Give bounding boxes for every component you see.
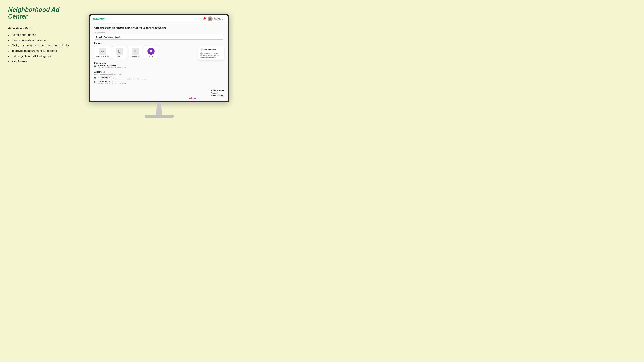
image-video-icon [99, 48, 106, 55]
pin-tooltip-text: Pins are placed on the map. Pin ads perf… [200, 52, 222, 58]
user-role: Administrator [214, 19, 223, 20]
format-card-story[interactable]: Story ad [112, 46, 127, 59]
image-video-label: Image or Video ad [96, 56, 109, 57]
automatic-placement-option[interactable]: Automatic placement Your ads will be pla… [94, 65, 224, 68]
monitor-wrapper: nextdoor 🔔 22 👤 Ana Ma Administrator ▾ [88, 14, 230, 118]
custom-audience-sublabel: Select and customize your desired audien… [98, 82, 126, 84]
left-panel: Neighborhood Ad Center Advertiser Value:… [0, 0, 87, 131]
stand-base [144, 115, 174, 118]
right-panel: nextdoor 🔔 22 👤 Ana Ma Administrator ▾ [87, 0, 234, 131]
monitor-screen: nextdoor 🔔 22 👤 Ana Ma Administrator ▾ [89, 14, 229, 102]
placements-section: Placements Automatic placement Your ads … [94, 62, 224, 68]
info-icon[interactable]: i [216, 92, 218, 94]
automatic-placement-sublabel: Your ads will be placed on the Nextdoor … [98, 67, 127, 68]
list-item: New formats [8, 60, 79, 63]
ad-center-content: Choose your ad format and define your ta… [90, 23, 228, 100]
list-item: Hands on keyboard access [8, 39, 79, 42]
format-cards: Image or Video ad Story a [94, 46, 224, 59]
pin-tooltip: 💡 Pin ad format Pins are placed on the m… [198, 46, 224, 60]
browser-topbar: nextdoor 🔔 22 👤 Ana Ma Administrator ▾ [90, 15, 228, 23]
pin-label: Pin ad [148, 56, 153, 57]
default-audience-option[interactable]: Default audience Target the maximum and … [94, 76, 224, 80]
advertiser-value-label: Advertiser Value: [8, 26, 79, 30]
user-info: Ana Ma Administrator [214, 17, 223, 20]
notification-icon[interactable]: 🔔 22 [202, 16, 206, 21]
list-item: Better performance [8, 33, 79, 37]
format-section-label: Format [94, 42, 224, 44]
svg-point-1 [102, 50, 102, 51]
automatic-placement-text: Automatic placement Your ads will be pla… [98, 65, 127, 68]
audience-size-title: Audience size [211, 89, 224, 91]
notification-badge: 22 [204, 16, 206, 19]
custom-audience-text: Custom audience Select and customize you… [98, 80, 126, 84]
default-audience-radio[interactable] [94, 77, 96, 79]
list-item: Ability to manage accounts programmatica… [8, 44, 79, 47]
browser-right: 🔔 22 👤 Ana Ma Administrator ▾ [202, 16, 225, 21]
audiences-section: Audiences Define the deal demographics f… [94, 71, 224, 84]
svg-rect-0 [101, 50, 104, 52]
nextdoor-logo: nextdoor [93, 17, 105, 20]
monitor-stand [144, 102, 174, 118]
pin-tooltip-title: 💡 Pin ad format [200, 48, 222, 51]
stand-neck [154, 102, 164, 115]
story-icon [116, 48, 123, 55]
format-card-image-video[interactable]: Image or Video ad [94, 46, 111, 59]
screen-inner: nextdoor 🔔 22 👤 Ana Ma Administrator ▾ [90, 15, 228, 100]
audience-size-box: Audience size Reach i 4.1M - 4.5M [211, 89, 224, 97]
automatic-placement-label: Automatic placement [98, 65, 127, 67]
carousel-label: Carousel ad [131, 56, 140, 57]
ad-group-name-field: Ad group name Lincoln Paws West Coast [94, 32, 224, 39]
eq-bars [189, 97, 196, 99]
audiences-title: Audiences [94, 71, 224, 73]
lightbulb-icon: 💡 [200, 48, 204, 51]
placements-title: Placements [94, 62, 224, 64]
list-item: Improved measurement & reporting [8, 49, 79, 53]
ad-group-name-input[interactable]: Lincoln Paws West Coast [94, 34, 224, 39]
custom-audience-radio[interactable] [94, 81, 96, 83]
default-audience-text: Default audience Target the maximum and … [98, 76, 146, 80]
svg-point-4 [119, 51, 120, 51]
svg-rect-6 [135, 50, 137, 52]
format-card-pin[interactable]: Pin ad [144, 46, 158, 59]
default-audience-sublabel: Target the maximum and most relevant amo… [98, 78, 146, 80]
format-card-carousel[interactable]: Carousel ad [128, 46, 142, 59]
user-name: Ana Ma [214, 17, 223, 19]
ad-format-title: Choose your ad format and define your ta… [94, 26, 224, 29]
story-label: Story ad [116, 56, 122, 57]
bullet-list: Better performance Hands on keyboard acc… [8, 33, 79, 63]
list-item: Data ingestion & API integration [8, 54, 79, 58]
custom-audience-option[interactable]: Custom audience Select and customize you… [94, 80, 224, 84]
carousel-icon [132, 48, 139, 55]
reach-number: 4.1M - 4.5M [211, 94, 224, 97]
reach-label: Reach i [211, 92, 224, 94]
custom-audience-label: Custom audience [98, 80, 126, 82]
automatic-placement-radio[interactable] [94, 65, 96, 67]
ad-group-name-label: Ad group name [94, 32, 224, 34]
page-title: Neighborhood Ad Center [8, 6, 79, 20]
audiences-subtitle: Define the deal demographics for your ad… [94, 73, 224, 75]
default-audience-label: Default audience [98, 76, 146, 78]
chevron-down-icon[interactable]: ▾ [224, 18, 225, 20]
pin-icon [148, 48, 154, 55]
avatar: 👤 [208, 16, 212, 21]
